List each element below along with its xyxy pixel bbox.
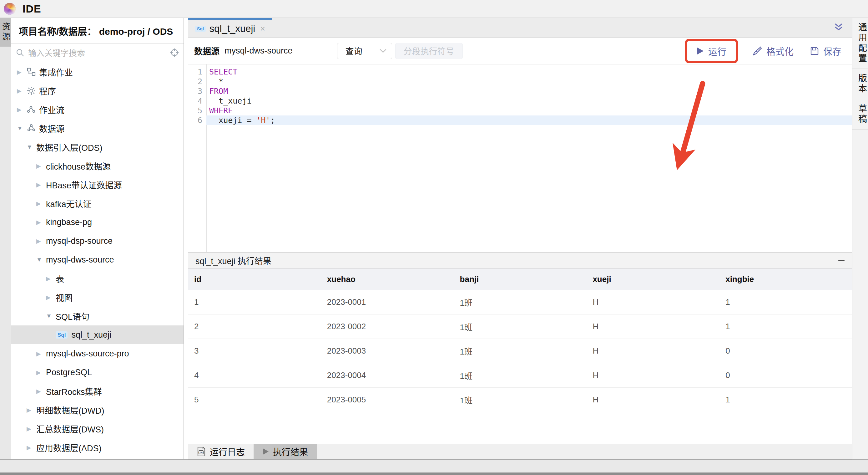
tab-run-log[interactable]: LOG 运行日志 [188,444,254,459]
code-line-2[interactable]: 2 * [188,77,852,86]
expand-arrow-icon[interactable]: ▶ [36,237,46,245]
table-row[interactable]: 52023-00051班H1 [188,388,852,412]
tree-item-作业流[interactable]: ▶ 作业流 [11,100,184,119]
tree-item-汇总数据层(DWS)[interactable]: ▶ 汇总数据层(DWS) [11,419,184,438]
sql-code-editor[interactable]: 1SELECT2 *3FROM4 t_xueji5WHERE6 xueji = … [188,64,852,252]
tree-item-mysql-dws-source-pro[interactable]: ▶ mysql-dws-source-pro [11,344,184,363]
tree-item-mysql-dsp-source[interactable]: ▶ mysql-dsp-source [11,232,184,250]
expand-arrow-icon[interactable]: ▶ [36,369,46,376]
table-cell: H [586,363,719,388]
tree-item-mysql-dws-source[interactable]: ▼ mysql-dws-source [11,250,184,269]
tree-item-kafka无认证[interactable]: ▶ kafka无认证 [11,194,184,213]
table-row[interactable]: 12023-00011班H1 [188,290,852,315]
code-line-6[interactable]: 6 xueji = 'H'; [188,116,852,125]
column-header-banji: banji [454,268,587,290]
resource-explorer-panel: 项目名称/数据层： demo-proj / ODS 输入关键字搜索 ▶ 集成作业… [11,18,184,459]
expand-arrow-icon[interactable]: ▶ [36,350,46,357]
expand-arrow-icon[interactable]: ▶ [36,200,46,207]
table-cell: 1班 [454,339,587,363]
search-input[interactable]: 输入关键字搜索 [28,47,170,58]
expand-arrow-icon[interactable]: ▼ [27,144,36,150]
tree-item-PostgreSQL[interactable]: ▶ PostgreSQL [11,363,184,382]
code-line-5[interactable]: 5WHERE [188,106,852,116]
code-line-1[interactable]: 1SELECT [188,67,852,77]
left-rail: 资源 [0,18,11,459]
code-line-3[interactable]: 3FROM [188,86,852,96]
table-row[interactable]: 32023-00031班H0 [188,339,852,363]
expand-arrow-icon[interactable]: ▶ [46,275,56,282]
table-cell: 1班 [454,315,587,339]
minimize-icon[interactable] [838,260,844,261]
tree-item-label: SQL语句 [56,310,89,322]
expand-arrow-icon[interactable]: ▶ [36,162,46,170]
tab-exec-result[interactable]: 执行结果 [254,444,317,459]
line-number: 3 [188,86,206,96]
tree-item-集成作业[interactable]: ▶ 集成作业 [11,63,184,81]
expand-arrow-icon[interactable]: ▶ [27,425,36,433]
chevron-down-icon [379,49,387,54]
tree-item-应用数据层(ADS)[interactable]: ▶ 应用数据层(ADS) [11,438,184,457]
expand-arrow-icon[interactable]: ▶ [36,181,46,188]
tree-item-label: 视图 [56,291,72,303]
tab-close-icon[interactable]: × [260,24,265,34]
table-cell: 1 [719,388,852,412]
tree-item-label: kingbase-pg [46,217,92,227]
datasource-value: mysql-dws-source [224,46,293,56]
svg-text:LOG: LOG [198,451,204,454]
tree-item-程序[interactable]: ▶ 程序 [11,81,184,100]
locate-icon[interactable] [170,48,179,57]
rail-tab-resources[interactable]: 资源 [0,18,11,47]
right-rail-item-版本[interactable]: 版本 [852,69,868,99]
expand-arrow-icon[interactable]: ▶ [17,68,27,76]
tree-search-bar[interactable]: 输入关键字搜索 [11,44,184,61]
tree-item-表[interactable]: ▶ 表 [11,269,184,288]
expand-arrow-icon[interactable]: ▶ [46,294,56,301]
table-cell: 2 [188,315,321,339]
line-number: 1 [188,67,206,77]
table-cell: 2023-0005 [321,388,454,412]
run-button-annotation-box: 运行 [685,39,738,63]
table-cell: H [586,388,719,412]
tree-item-kingbase-pg[interactable]: ▶ kingbase-pg [11,213,184,232]
expand-arrow-icon[interactable]: ▶ [17,87,27,94]
expand-arrow-icon[interactable]: ▶ [17,106,27,113]
tree-item-明细数据层(DWD)[interactable]: ▶ 明细数据层(DWD) [11,400,184,419]
expand-arrow-icon[interactable]: ▼ [17,125,27,132]
tree-item-视图[interactable]: ▶ 视图 [11,288,184,307]
tree-item-HBase带认证数据源[interactable]: ▶ HBase带认证数据源 [11,175,184,194]
save-button[interactable]: 保存 [810,44,841,58]
expand-arrow-icon[interactable]: ▶ [36,388,46,395]
datasource-label: 数据源 [194,45,219,57]
tree-item-clickhouse数据源[interactable]: ▶ clickhouse数据源 [11,156,184,175]
right-rail-item-草稿[interactable]: 草稿 [852,99,868,129]
tree-item-SQL语句[interactable]: ▼ SQL语句 [11,307,184,325]
query-mode-select[interactable]: 查询 [337,43,392,59]
results-panel-title: sql_t_xueji 执行结果 [195,255,271,267]
tree-item-数据引入层(ODS)[interactable]: ▼ 数据引入层(ODS) [11,138,184,156]
table-cell: 1班 [454,290,587,315]
play-icon [696,47,704,55]
expand-arrow-icon[interactable]: ▼ [46,313,56,320]
tree-item-sql_t_xueji[interactable]: Sql sql_t_xueji [11,325,184,344]
log-file-icon: LOG [197,447,206,456]
table-row[interactable]: 42023-00041班H0 [188,363,852,388]
expand-arrow-icon[interactable]: ▶ [27,407,36,414]
collapse-editor-icon[interactable] [833,18,844,37]
tab-sql-t-xueji[interactable]: Sql sql_t_xueji × [188,18,272,37]
right-rail-item-通用配置[interactable]: 通用配置 [852,18,868,69]
format-button[interactable]: 格式化 [752,44,794,58]
tree-item-label: mysql-dws-source-pro [46,349,129,359]
table-cell: 0 [719,363,852,388]
table-cell: 2023-0002 [321,315,454,339]
table-row[interactable]: 22023-00021班H1 [188,315,852,339]
tree-item-StarRocks集群[interactable]: ▶ StarRocks集群 [11,382,184,400]
project-header: 项目名称/数据层： demo-proj / ODS [11,18,184,44]
expand-arrow-icon[interactable]: ▶ [27,444,36,451]
expand-arrow-icon[interactable]: ▼ [36,256,46,263]
bottom-strip [0,459,868,473]
run-button[interactable]: 运行 [696,44,726,58]
expand-arrow-icon[interactable]: ▶ [36,219,46,226]
table-cell: 2023-0003 [321,339,454,363]
code-line-4[interactable]: 4 t_xueji [188,96,852,106]
tree-item-数据源[interactable]: ▼ 数据源 [11,119,184,138]
